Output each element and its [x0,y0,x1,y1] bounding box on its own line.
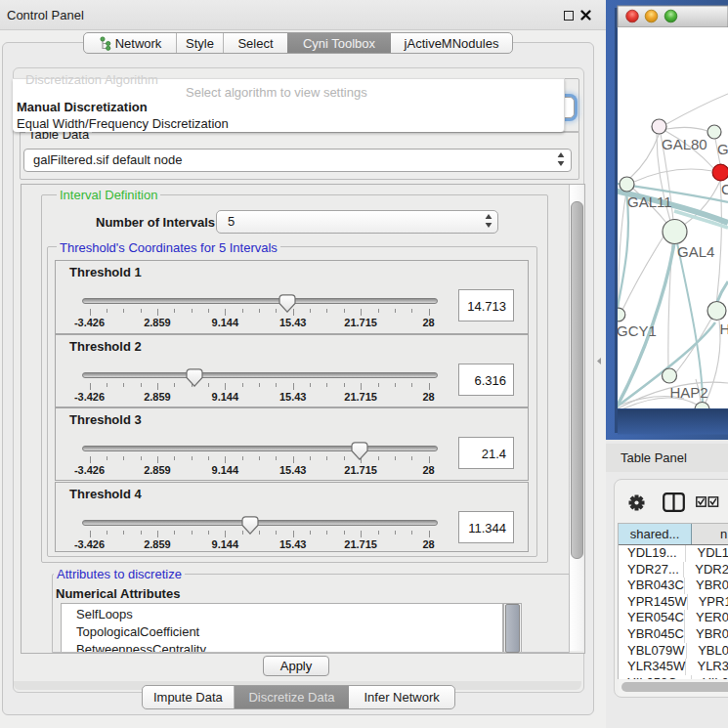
svg-text:HAP2: HAP2 [670,384,708,401]
svg-text:GAL4: GAL4 [677,243,714,260]
svg-text:GAL80: GAL80 [662,136,707,152]
svg-text:GAL11: GAL11 [627,193,672,210]
svg-text:CD: CD [721,181,728,197]
svg-text:HA: HA [720,321,728,337]
svg-text:GA: GA [717,141,728,157]
svg-text:GCY1: GCY1 [617,322,657,339]
